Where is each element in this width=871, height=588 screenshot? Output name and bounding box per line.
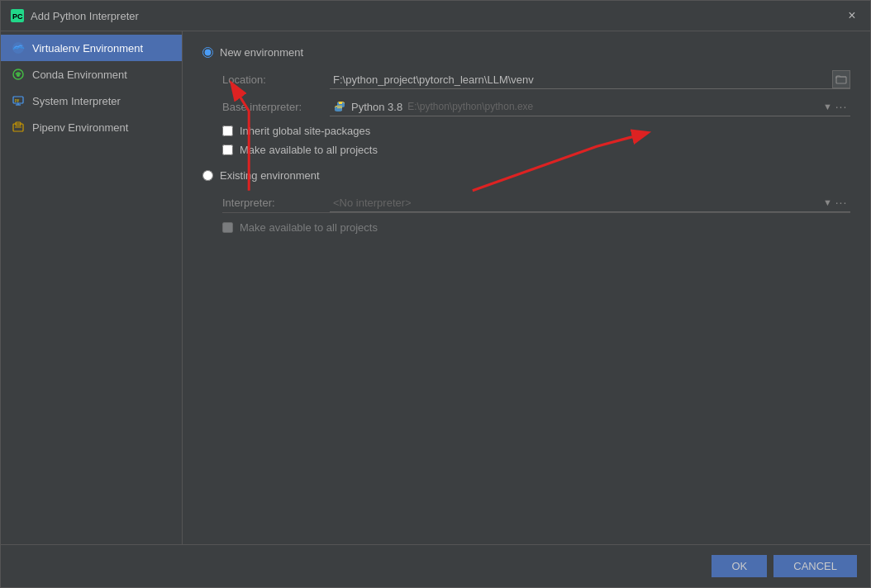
system-label: System Interpreter [32,95,121,107]
base-interpreter-row: Base interpreter: Python 3.8 E:\python\p… [222,97,850,116]
existing-env-fields: Interpreter: <No interpreter> ▼ ··· Make… [222,193,850,234]
new-environment-section: New environment Location: [202,46,850,156]
available2-checkbox-row: Make available to all projects [222,221,850,234]
existing-environment-section: Existing environment Interpreter: <No in… [202,169,850,234]
folder-icon [835,74,847,85]
pipenv-icon [11,120,26,135]
location-input-wrap [330,70,850,89]
base-interpreter-label: Base interpreter: [222,101,330,113]
location-input[interactable] [330,71,829,88]
python-logo-icon [333,100,346,113]
close-button[interactable]: × [844,7,860,24]
pipenv-label: Pipenv Environment [32,121,128,134]
sidebar-item-conda[interactable]: Conda Environment [1,61,182,88]
base-interpreter-path: E:\python\python\python.exe [407,101,533,112]
title-bar: PC Add Python Interpreter × [1,1,870,31]
interpreter-more-button[interactable]: ··· [832,193,850,211]
svg-text:py: py [15,97,20,102]
base-interpreter-more-button[interactable]: ··· [832,97,850,116]
location-label: Location: [222,74,330,86]
main-panel: New environment Location: [183,31,870,544]
sidebar-item-virtualenv[interactable]: Virtualenv Environment [1,35,182,61]
available2-checkbox[interactable] [222,222,233,233]
inherit-checkbox-row: Inherit global site-packages [222,125,850,137]
base-interpreter-version: Python 3.8 [351,101,402,113]
cancel-button[interactable]: CANCEL [773,555,857,577]
new-environment-radio-label[interactable]: New environment [202,46,850,59]
virtualenv-icon [11,40,26,55]
dialog-title: Add Python Interpreter [31,10,844,22]
content-area: Virtualenv Environment Conda Environment [1,31,870,544]
inherit-checkbox[interactable] [222,126,233,136]
new-environment-radio[interactable] [202,47,213,58]
pycharm-icon: PC [11,9,24,22]
inherit-label: Inherit global site-packages [240,125,370,137]
bottom-bar: OK CANCEL [1,544,870,587]
interpreter-value: <No interpreter> [330,194,820,211]
existing-environment-label: Existing environment [220,169,320,182]
svg-rect-14 [836,77,846,83]
new-environment-label: New environment [220,46,303,59]
sidebar-item-system[interactable]: py System Interpreter [1,88,182,114]
existing-environment-radio-label[interactable]: Existing environment [202,169,850,182]
location-browse-button[interactable] [832,70,850,88]
svg-point-4 [17,74,20,77]
interpreter-wrap: <No interpreter> ▼ ··· [330,193,850,212]
conda-icon [11,67,26,82]
conda-label: Conda Environment [32,69,127,81]
interpreter-dropdown-arrow[interactable]: ▼ [823,197,832,207]
add-python-interpreter-dialog: PC Add Python Interpreter × Virtualenv E… [0,0,871,588]
location-row: Location: [222,70,850,89]
virtualenv-label: Virtualenv Environment [32,42,143,55]
sidebar: Virtualenv Environment Conda Environment [1,31,183,544]
available-checkbox-row: Make available to all projects [222,144,850,156]
base-interpreter-dropdown-arrow[interactable]: ▼ [823,102,832,111]
available-label: Make available to all projects [240,144,378,156]
interpreter-label: Interpreter: [222,197,330,209]
sidebar-item-pipenv[interactable]: Pipenv Environment [1,114,182,140]
new-env-fields: Location: B [222,70,850,156]
base-interpreter-wrap: Python 3.8 E:\python\python\python.exe ▼… [330,97,850,116]
available-checkbox[interactable] [222,145,233,155]
system-icon: py [11,93,26,108]
svg-text:PC: PC [12,12,23,21]
available2-label: Make available to all projects [240,221,378,234]
ok-button[interactable]: OK [712,555,767,577]
existing-environment-radio[interactable] [202,170,213,181]
base-interpreter-select[interactable]: Python 3.8 E:\python\python\python.exe [330,97,820,116]
interpreter-row: Interpreter: <No interpreter> ▼ ··· [222,193,850,213]
